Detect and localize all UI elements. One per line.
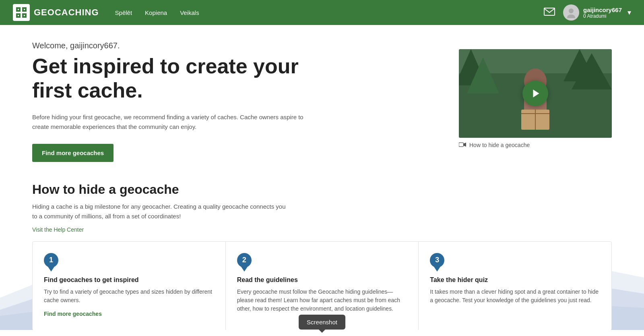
brand-name: GEOCACHING [34,7,99,18]
nav-logo[interactable]: GEOCACHING [13,4,99,21]
svg-point-9 [569,8,574,13]
hero-left: Welcome, gaijincory667. Get inspired to … [32,41,443,162]
nav-link-spelet[interactable]: Spēlēt [115,9,132,16]
svg-rect-7 [24,15,25,16]
svg-rect-23 [459,143,463,147]
svg-rect-6 [18,15,19,16]
nav-links: Spēlēt Kopiena Veikals [115,9,199,16]
navbar: GEOCACHING Spēlēt Kopiena Veikals gaijin… [0,0,644,25]
svg-rect-8 [544,8,555,15]
username: gaijincory667 [583,6,622,13]
video-icon [459,142,466,148]
video-thumbnail[interactable] [459,49,612,138]
steps-container: 1 Find geocaches to get inspired Try to … [32,241,612,330]
nav-link-kopiena[interactable]: Kopiena [145,9,167,16]
find-geocaches-button[interactable]: Find more geocaches [32,144,114,162]
user-info: gaijincory667 0 Atradumi [583,6,622,19]
step-1-pin: 1 [44,253,58,271]
svg-marker-22 [533,89,539,97]
how-description: Hiding a cache is a big milestone for an… [32,202,290,221]
svg-point-10 [567,15,575,18]
hero-layout: Welcome, gaijincory667. Get inspired to … [32,41,612,162]
nav-left: GEOCACHING Spēlēt Kopiena Veikals [13,4,199,21]
avatar [563,4,579,21]
chevron-down-icon: ▾ [627,8,631,17]
svg-rect-5 [24,9,25,10]
nav-right: gaijincory667 0 Atradumi ▾ [544,4,631,21]
user-menu[interactable]: gaijincory667 0 Atradumi ▾ [563,4,631,21]
how-title: How to hide a geocache [32,182,612,197]
step-2-pin: 2 [237,253,252,271]
logo-icon [13,4,30,21]
step-3-card: 3 Take the hider quiz It takes more than… [419,242,611,330]
step-2-number: 2 [237,253,252,268]
step-2-title: Read the guidelines [237,276,407,284]
nav-link-veikals[interactable]: Veikals [180,9,199,16]
step-1-link[interactable]: Find more geocaches [44,311,102,317]
step-2-description: Every geocache must follow the Geocache … [237,288,407,313]
mail-icon[interactable] [544,8,555,17]
step-1-description: Try to find a variety of geocache types … [44,288,214,305]
step-3-number: 3 [430,253,444,268]
step-1-title: Find geocaches to get inspired [44,276,214,284]
hero-right: How to hide a geocache [459,49,612,148]
step-1-card: 1 Find geocaches to get inspired Try to … [33,242,226,330]
step-3-description: It takes more than a clever hiding spot … [430,288,600,305]
step-1-number: 1 [44,253,58,268]
welcome-text: Welcome, gaijincory667. [32,41,443,50]
svg-rect-4 [18,9,19,10]
step-2-card: 2 Read the guidelines Every geocache mus… [226,242,419,330]
mountain-section: 1 Find geocaches to get inspired Try to … [0,241,644,330]
hero-description: Before hiding your first geocache, we re… [32,112,306,132]
video-caption-text: How to hide a geocache [469,142,530,148]
help-center-link[interactable]: Visit the Help Center [32,226,84,233]
step-3-pin: 3 [430,253,444,271]
main-content: Welcome, gaijincory667. Get inspired to … [0,25,644,162]
video-play-button[interactable] [522,81,548,106]
how-section: How to hide a geocache Hiding a cache is… [0,182,644,233]
video-caption: How to hide a geocache [459,142,612,148]
hero-title: Get inspired to create your first cache. [32,54,314,103]
svg-marker-24 [463,143,466,147]
step-3-title: Take the hider quiz [430,276,600,284]
finds-count: 0 Atradumi [583,13,622,19]
